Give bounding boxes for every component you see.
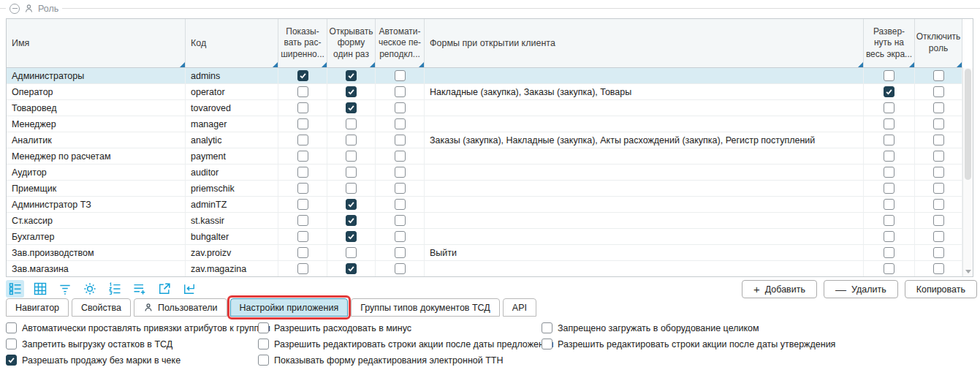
open-form-once-checkbox[interactable]: [346, 231, 357, 242]
open-form-once-checkbox[interactable]: [346, 167, 357, 178]
auto-reconnect-checkbox[interactable]: [395, 199, 406, 210]
column-header-3[interactable]: Открывать форму один раз: [327, 19, 376, 67]
table-row[interactable]: Бухгалтерbuhgalter: [7, 229, 962, 245]
disable-role-checkbox[interactable]: [933, 263, 944, 274]
show-extended-checkbox[interactable]: [297, 118, 308, 129]
scrollbar-thumb[interactable]: [965, 69, 971, 180]
fullscreen-checkbox[interactable]: [884, 199, 894, 210]
scrollbar-down-arrow-icon[interactable]: [965, 270, 971, 273]
disable-role-checkbox[interactable]: [933, 151, 944, 162]
numbered-list-icon[interactable]: [105, 280, 124, 298]
tab-свойства[interactable]: Свойства: [72, 298, 131, 317]
setting-checkbox[interactable]: [6, 355, 17, 366]
show-extended-checkbox[interactable]: [297, 183, 308, 194]
open-external-icon[interactable]: [155, 280, 173, 298]
setting-checkbox[interactable]: [258, 322, 269, 333]
show-extended-checkbox[interactable]: [297, 199, 308, 210]
open-form-once-checkbox[interactable]: [346, 215, 357, 226]
table-row[interactable]: Аудиторauditor: [7, 165, 962, 181]
auto-reconnect-checkbox[interactable]: [395, 102, 406, 113]
column-header-5[interactable]: Формы при открытии клиента: [425, 19, 864, 67]
table-row[interactable]: Администратор ТЗadminTZ: [7, 197, 962, 213]
auto-reconnect-checkbox[interactable]: [395, 183, 406, 194]
fullscreen-checkbox[interactable]: [884, 263, 894, 274]
disable-role-checkbox[interactable]: [933, 118, 944, 129]
table-row[interactable]: Менеджер по расчетамpayment: [7, 148, 962, 165]
setting-checkbox[interactable]: [6, 339, 17, 349]
disable-role-checkbox[interactable]: [933, 231, 944, 242]
auto-reconnect-checkbox[interactable]: [395, 118, 406, 129]
show-extended-checkbox[interactable]: [297, 135, 308, 145]
table-row[interactable]: Ст.кассирst.kassir: [7, 213, 962, 229]
disable-role-checkbox[interactable]: [933, 183, 944, 194]
tab-пользователи[interactable]: Пользователи: [134, 298, 227, 317]
fullscreen-checkbox[interactable]: [884, 86, 894, 97]
disable-role-checkbox[interactable]: [933, 70, 944, 81]
setting-checkbox[interactable]: [6, 322, 17, 333]
show-extended-checkbox[interactable]: [297, 167, 308, 178]
open-form-once-checkbox[interactable]: [346, 102, 357, 113]
setting-checkbox[interactable]: [542, 339, 552, 349]
column-header-6[interactable]: Развер- нуть на весь экра...: [864, 19, 915, 67]
table-row[interactable]: Администраторыadmins: [7, 68, 962, 84]
delete-button[interactable]: —Удалить: [824, 280, 898, 298]
fullscreen-checkbox[interactable]: [884, 135, 894, 145]
fullscreen-checkbox[interactable]: [884, 183, 894, 194]
open-form-once-checkbox[interactable]: [346, 247, 357, 258]
disable-role-checkbox[interactable]: [933, 102, 944, 113]
tab-навигатор[interactable]: Навигатор: [6, 298, 69, 317]
table-row[interactable]: Менеджерmanager: [7, 116, 962, 132]
open-form-once-checkbox[interactable]: [346, 199, 357, 210]
table-row[interactable]: ОператорoperatorНакладные (закупка), Зак…: [7, 84, 962, 100]
list-view-icon[interactable]: [6, 280, 24, 298]
auto-reconnect-checkbox[interactable]: [395, 135, 406, 145]
open-form-once-checkbox[interactable]: [346, 151, 357, 162]
auto-reconnect-checkbox[interactable]: [395, 70, 406, 81]
column-header-1[interactable]: Код: [186, 19, 278, 67]
filter-icon[interactable]: [56, 280, 74, 298]
open-form-once-checkbox[interactable]: [346, 118, 357, 129]
table-row[interactable]: Зав.производствомzav.proizvВыйти: [7, 245, 962, 261]
fullscreen-checkbox[interactable]: [884, 247, 894, 258]
show-extended-checkbox[interactable]: [297, 215, 308, 226]
setting-checkbox[interactable]: [258, 339, 269, 349]
show-extended-checkbox[interactable]: [297, 70, 308, 81]
show-extended-checkbox[interactable]: [297, 86, 308, 97]
gear-icon[interactable]: [80, 280, 99, 298]
table-row[interactable]: Зав.магазинаzav.magazina: [7, 261, 962, 276]
fullscreen-checkbox[interactable]: [884, 151, 894, 162]
copy-button[interactable]: Копировать: [905, 280, 977, 298]
reload-box-icon[interactable]: [180, 280, 198, 298]
disable-role-checkbox[interactable]: [933, 247, 944, 258]
fullscreen-checkbox[interactable]: [884, 231, 894, 242]
fullscreen-checkbox[interactable]: [884, 215, 894, 226]
column-header-4[interactable]: Автомати- ческое пе- реподкл...: [376, 19, 425, 67]
disable-role-checkbox[interactable]: [933, 199, 944, 210]
open-form-once-checkbox[interactable]: [346, 135, 357, 145]
auto-reconnect-checkbox[interactable]: [395, 247, 406, 258]
auto-reconnect-checkbox[interactable]: [395, 86, 406, 97]
fullscreen-checkbox[interactable]: [884, 102, 894, 113]
vertical-scrollbar[interactable]: [962, 68, 973, 276]
setting-checkbox[interactable]: [542, 322, 552, 333]
table-row[interactable]: АналитикanalyticЗаказы (закупка), Наклад…: [7, 132, 962, 148]
column-header-7[interactable]: Отключить роль: [915, 19, 962, 67]
disable-role-checkbox[interactable]: [933, 215, 944, 226]
auto-reconnect-checkbox[interactable]: [395, 215, 406, 226]
open-form-once-checkbox[interactable]: [346, 86, 357, 97]
tab-группы-типов-документов-тсд[interactable]: Группы типов документов ТСД: [351, 298, 500, 317]
show-extended-checkbox[interactable]: [297, 102, 308, 113]
disable-role-checkbox[interactable]: [933, 86, 944, 97]
show-extended-checkbox[interactable]: [297, 231, 308, 242]
setting-checkbox[interactable]: [258, 355, 269, 366]
tab-api[interactable]: API: [503, 298, 536, 317]
show-extended-checkbox[interactable]: [297, 263, 308, 274]
disable-role-checkbox[interactable]: [933, 135, 944, 145]
fullscreen-checkbox[interactable]: [884, 167, 894, 178]
add-button[interactable]: +Добавить: [742, 280, 817, 298]
table-row[interactable]: Товароведtovaroved: [7, 100, 962, 116]
open-form-once-checkbox[interactable]: [346, 183, 357, 194]
auto-reconnect-checkbox[interactable]: [395, 231, 406, 242]
tab-настройки-приложения[interactable]: Настройки приложения: [230, 298, 349, 317]
grid-view-icon[interactable]: [31, 280, 49, 298]
